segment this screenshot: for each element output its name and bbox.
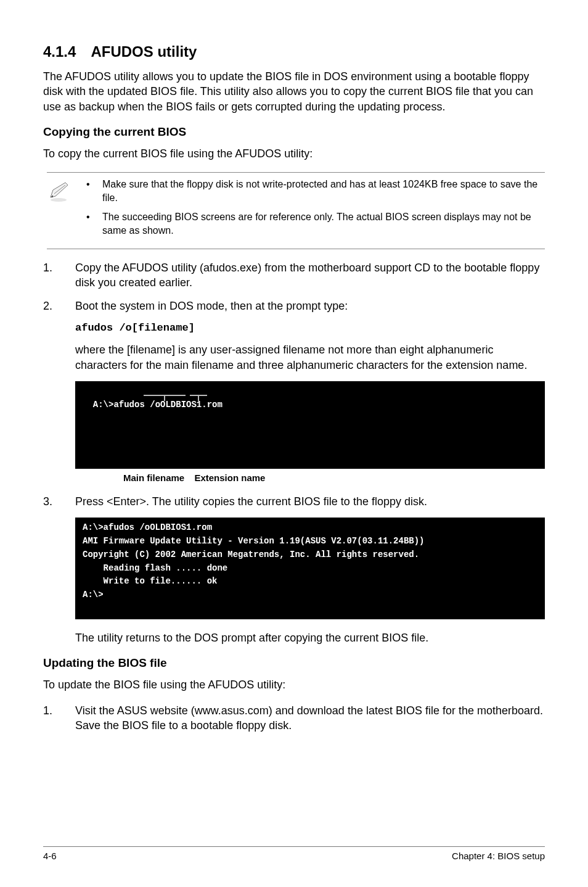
update-lead: To update the BIOS file using the AFUDOS… [43,677,545,692]
copy-lead: To copy the current BIOS file using the … [43,146,545,161]
note-item: The succeeding BIOS screens are for refe… [86,210,545,237]
note-block: Make sure that the floppy disk is not wr… [47,172,545,249]
chapter-label: Chapter 4: BIOS setup [452,851,545,861]
step-item: 2. Boot the system in DOS mode, then at … [43,299,545,313]
terminal-line: A:\>afudos /oOLDBIOS1.rom [93,400,223,410]
update-steps: 1. Visit the ASUS website (www.asus.com)… [43,703,545,733]
section-number: 4.1.4 [43,43,76,60]
update-heading: Updating the BIOS file [43,656,545,670]
step-number: 3. [43,494,52,509]
note-list: Make sure that the floppy disk is not wr… [71,178,545,243]
section-heading: 4.1.4AFUDOS utility [43,43,545,60]
copy-steps-cont: 3. Press <Enter>. The utility copies the… [43,494,545,509]
label-extension-name: Extension name [194,472,265,483]
step-text: Visit the ASUS website (www.asus.com) an… [75,704,543,732]
label-main-filename: Main filename [123,472,184,483]
step-explanation: where the [filename] is any user-assigne… [75,342,545,373]
copy-heading: Copying the current BIOS [43,125,545,139]
step-number: 1. [43,260,52,275]
terminal-output: A:\>afudos /oOLDBIOS1.rom [75,381,545,469]
step-item: 1. Visit the ASUS website (www.asus.com)… [43,703,545,733]
tick-main [164,395,165,401]
tick-ext [198,395,199,401]
step-item: 1. Copy the AFUDOS utility (afudos.exe) … [43,260,545,291]
command-inline: afudos /o[filename] [75,322,545,334]
note-pencil-icon [47,178,71,206]
page-number: 4-6 [43,851,57,861]
step-number: 2. [43,299,52,313]
step-text: Boot the system in DOS mode, then at the… [75,300,348,312]
filename-labels: Main filename Extension name [75,472,545,483]
copy-result: The utility returns to the DOS prompt af… [75,630,545,645]
intro-paragraph: The AFUDOS utility allows you to update … [43,69,545,114]
step-text: Press <Enter>. The utility copies the cu… [75,495,427,508]
step-text: Copy the AFUDOS utility (afudos.exe) fro… [75,262,539,289]
step-number: 1. [43,703,52,718]
section-title-text: AFUDOS utility [91,43,197,60]
svg-point-0 [51,198,67,202]
copy-steps: 1. Copy the AFUDOS utility (afudos.exe) … [43,260,545,314]
note-item: Make sure that the floppy disk is not wr… [86,178,545,204]
terminal-output: A:\>afudos /oOLDBIOS1.rom AMI Firmware U… [75,518,545,619]
step-item: 3. Press <Enter>. The utility copies the… [43,494,545,509]
page-footer: 4-6 Chapter 4: BIOS setup [43,846,545,861]
